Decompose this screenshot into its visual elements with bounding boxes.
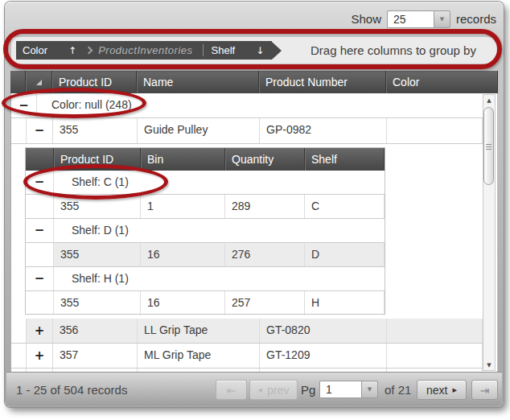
cell-color xyxy=(387,344,483,368)
chevron-down-icon: ▼ xyxy=(368,386,372,393)
cell-name: Guide Pulley xyxy=(138,118,260,143)
column-header-color[interactable]: Color xyxy=(386,71,498,93)
cell-quantity: 257 xyxy=(225,291,305,315)
pg-label: Pg xyxy=(301,383,315,397)
detail-group-label: Shelf: D (1) xyxy=(54,219,129,242)
scrollbar-up-icon: ▲ xyxy=(487,97,491,104)
row-expand-cell: − xyxy=(27,118,53,143)
show-label: Show xyxy=(351,12,381,26)
row-gutter-cell xyxy=(11,118,27,143)
last-page-icon: ⇥ xyxy=(480,384,490,397)
page-number-input[interactable] xyxy=(319,381,361,398)
page-count-label: of 21 xyxy=(385,383,411,397)
page-number-dropdown-button[interactable]: ▼ xyxy=(361,381,378,398)
expand-icon[interactable]: + xyxy=(35,325,45,337)
table-row-357[interactable]: + 357 ML Grip Tape GT-1209 xyxy=(11,344,483,369)
scrollbar-down-icon: ▼ xyxy=(487,362,491,369)
cell-quantity: 276 xyxy=(225,243,305,266)
detail-column-header-quantity[interactable]: Quantity xyxy=(225,148,305,171)
detail-header-expand-column xyxy=(26,148,54,171)
cell-product-id: 355 xyxy=(53,118,138,143)
collapse-icon[interactable]: − xyxy=(35,273,45,285)
scrollbar-down-button[interactable]: ▼ xyxy=(483,360,495,370)
cell-product-number: GP-0982 xyxy=(260,118,387,143)
collapse-icon[interactable]: − xyxy=(35,125,45,137)
first-page-button[interactable]: ⇤ xyxy=(216,380,247,400)
vertical-scrollbar[interactable]: ▲ ▼ xyxy=(483,94,496,371)
scrollbar-up-button[interactable]: ▲ xyxy=(483,95,495,105)
scrollbar-grip-icon xyxy=(486,144,491,150)
collapse-icon[interactable]: − xyxy=(35,224,45,237)
row-gutter-cell xyxy=(26,291,54,315)
header-group-gutter xyxy=(10,71,26,93)
cell-quantity: 289 xyxy=(225,195,305,218)
cell-shelf: C xyxy=(305,195,385,218)
annotation-ellipse-group-bar xyxy=(3,29,502,69)
cell-product-id: 355 xyxy=(54,291,141,315)
prev-arrow-icon: ◂ xyxy=(258,385,263,395)
detail-group-row-shelf-h[interactable]: − Shelf: H (1) xyxy=(26,267,385,291)
group-collapse-cell: − xyxy=(26,219,54,242)
pager-bar: 1 - 25 of 504 records ⇤ ◂ prev Pg ▼ of 2… xyxy=(6,372,502,406)
page-size-combobox: ▼ xyxy=(387,10,450,28)
grid-body: − Color: null (248) − 355 Guide Pulley G… xyxy=(10,93,498,372)
next-page-button[interactable]: next ▸ xyxy=(417,380,467,400)
chevron-down-icon: ▼ xyxy=(440,16,444,23)
detail-row-shelf-h[interactable]: 355 16 257 H xyxy=(26,291,385,315)
page-size-control: Show ▼ records xyxy=(351,10,496,28)
table-row-356[interactable]: + 356 LL Grip Tape GT-0820 xyxy=(11,319,483,344)
page-size-input[interactable] xyxy=(387,10,434,28)
row-gutter-cell xyxy=(11,319,27,343)
records-summary: 1 - 25 of 504 records xyxy=(16,383,127,397)
next-label: next xyxy=(426,384,447,397)
cell-product-number: GT-1209 xyxy=(260,344,387,368)
prev-page-button[interactable]: ◂ prev xyxy=(249,380,298,400)
cell-color xyxy=(387,319,483,343)
cell-product-id: 355 xyxy=(54,243,141,266)
cell-shelf: D xyxy=(305,243,385,266)
row-expand-cell: + xyxy=(27,319,53,343)
cell-product-id: 356 xyxy=(53,319,138,343)
detail-group-row-shelf-d[interactable]: − Shelf: D (1) xyxy=(26,219,385,243)
expand-icon[interactable]: + xyxy=(35,350,45,362)
cell-product-number: GT-0820 xyxy=(260,319,387,343)
cell-color xyxy=(387,118,483,143)
row-gutter-cell xyxy=(26,243,54,266)
cell-product-id: 357 xyxy=(53,344,138,368)
next-arrow-icon: ▸ xyxy=(452,385,457,395)
page-size-dropdown-button[interactable]: ▼ xyxy=(434,10,450,28)
first-page-icon: ⇤ xyxy=(227,384,236,397)
last-page-button[interactable]: ⇥ xyxy=(471,380,498,400)
cell-name: ML Grip Tape xyxy=(138,344,260,368)
cell-bin: 1 xyxy=(141,195,225,218)
detail-column-header-shelf[interactable]: Shelf xyxy=(305,148,385,171)
prev-label: prev xyxy=(267,384,289,397)
table-row-355[interactable]: − 355 Guide Pulley GP-0982 xyxy=(11,118,483,144)
row-gutter-cell xyxy=(11,344,27,368)
group-collapse-cell: − xyxy=(26,267,54,290)
cell-name: LL Grip Tape xyxy=(138,319,260,343)
row-expand-cell: + xyxy=(27,344,53,368)
annotation-ellipse-color-group xyxy=(2,88,146,118)
cell-shelf: H xyxy=(305,291,385,315)
detail-row-shelf-d[interactable]: 355 16 276 D xyxy=(26,243,385,267)
cell-bin: 16 xyxy=(141,243,225,266)
page-number-combobox: ▼ xyxy=(319,381,378,398)
detail-group-label: Shelf: H (1) xyxy=(54,267,129,290)
detail-column-header-bin[interactable]: Bin xyxy=(141,148,225,171)
records-label: records xyxy=(456,12,496,26)
row-gutter-cell xyxy=(26,195,54,218)
screenshot-root: Show ▼ records Color ↑ ProductInventorie… xyxy=(0,0,510,420)
column-header-name[interactable]: Name xyxy=(137,71,259,93)
column-header-product-number[interactable]: Product Number xyxy=(259,71,386,93)
sort-indicator-icon xyxy=(36,80,42,85)
cell-bin: 16 xyxy=(141,291,225,315)
annotation-ellipse-shelf-group xyxy=(23,164,168,200)
scrollbar-thumb[interactable] xyxy=(483,107,494,185)
